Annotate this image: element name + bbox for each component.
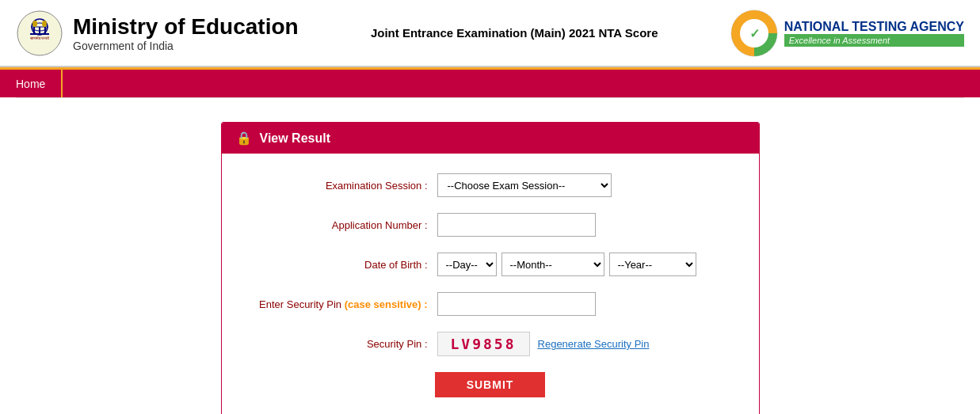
page-title: Joint Entrance Examination (Main) 2021 N… (371, 26, 658, 40)
nta-text: NATIONAL TESTING AGENCY Excellence in As… (784, 20, 964, 47)
application-number-input[interactable] (437, 213, 596, 237)
security-pin-input[interactable] (437, 292, 596, 316)
regenerate-link[interactable]: Regenerate Security Pin (538, 338, 650, 350)
emblem-icon: सत्यमेव जयते (16, 9, 63, 57)
dob-row: Date of Birth : --Day-- --Month-- --Year… (246, 253, 735, 276)
svg-text:सत्यमेव जयते: सत्यमेव जयते (29, 36, 49, 40)
exam-session-row: Examination Session : --Choose Exam Sess… (246, 173, 735, 197)
exam-session-select[interactable]: --Choose Exam Session-- (437, 173, 612, 197)
dob-label: Date of Birth : (246, 259, 428, 271)
view-result-card: 🔒 View Result Examination Session : --Ch… (221, 122, 760, 414)
svg-text:✓: ✓ (749, 27, 759, 40)
dob-group: --Day-- --Month-- --Year-- (437, 253, 696, 276)
submit-button[interactable]: SUBMIT (435, 372, 546, 397)
ministry-title: Ministry of Education Government of Indi… (73, 13, 299, 53)
nta-logo-icon: ✓ (730, 9, 778, 57)
main-content: 🔒 View Result Examination Session : --Ch… (0, 98, 980, 414)
security-pin-display: LV9858 Regenerate Security Pin (437, 332, 650, 356)
page-header: सत्यमेव जयते Ministry of Education Gover… (0, 0, 980, 67)
dob-day-select[interactable]: --Day-- (437, 253, 497, 276)
security-pin-input-row: Enter Security Pin (case sensitive) : (246, 292, 735, 316)
submit-row: SUBMIT (246, 372, 735, 397)
case-sensitive-note: (case sensitive) : (345, 298, 428, 310)
dob-month-select[interactable]: --Month-- (501, 253, 604, 276)
security-pin-value: LV9858 (437, 332, 530, 356)
svg-point-9 (32, 21, 37, 27)
main-navbar: Home (0, 67, 980, 97)
svg-rect-5 (33, 27, 35, 33)
nav-home[interactable]: Home (0, 70, 63, 97)
svg-rect-6 (39, 27, 40, 33)
application-number-row: Application Number : (246, 213, 735, 237)
dob-year-select[interactable]: --Year-- (609, 253, 696, 276)
security-pin-display-row: Security Pin : LV9858 Regenerate Securit… (246, 332, 735, 356)
card-body: Examination Session : --Choose Exam Sess… (222, 154, 759, 414)
ministry-branding: सत्यमेव जयते Ministry of Education Gover… (16, 9, 299, 57)
nta-branding: ✓ NATIONAL TESTING AGENCY Excellence in … (730, 9, 964, 57)
svg-rect-8 (30, 33, 49, 35)
lock-icon: 🔒 (236, 131, 252, 146)
security-pin-input-label: Enter Security Pin (case sensitive) : (246, 298, 428, 310)
card-header: 🔒 View Result (222, 123, 759, 154)
card-title: View Result (260, 131, 331, 146)
svg-point-10 (42, 21, 47, 27)
svg-rect-7 (44, 27, 46, 33)
exam-session-label: Examination Session : (246, 180, 428, 192)
security-pin-display-label: Security Pin : (246, 338, 428, 350)
application-number-label: Application Number : (246, 219, 428, 231)
